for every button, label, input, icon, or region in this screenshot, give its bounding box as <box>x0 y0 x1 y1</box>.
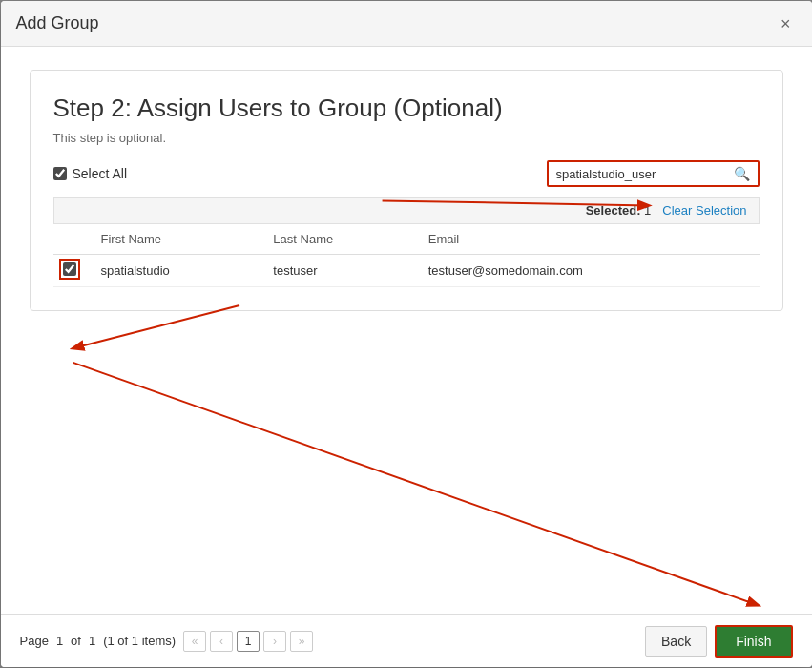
search-box: 🔍 <box>547 160 760 187</box>
items-info: (1 of 1 items) <box>103 634 176 648</box>
close-button[interactable]: × <box>775 11 797 36</box>
lastname-col-header: Last Name <box>263 224 418 255</box>
step-subtitle: This step is optional. <box>53 131 760 145</box>
current-page: 1 <box>56 634 63 648</box>
controls-row: Select All 🔍 <box>53 160 760 187</box>
checkbox-col-header <box>53 224 92 255</box>
row-checkbox-0[interactable] <box>63 262 76 276</box>
prev-page-button[interactable]: ‹ <box>210 631 233 652</box>
email-col-header: Email <box>419 224 760 255</box>
select-all-checkbox[interactable] <box>53 167 67 180</box>
search-icon: 🔍 <box>734 166 750 181</box>
first-page-button[interactable]: « <box>183 631 206 652</box>
firstname-col-header: First Name <box>92 224 264 255</box>
back-button[interactable]: Back <box>645 626 707 657</box>
table-header: First Name Last Name Email <box>53 224 760 255</box>
selected-count: Selected: 1 <box>586 203 652 218</box>
users-table: First Name Last Name Email spatialstudio… <box>53 224 760 287</box>
row-firstname: spatialstudio <box>92 255 264 287</box>
table-body: spatialstudio testuser testuser@somedoma… <box>53 255 760 287</box>
page-of: of <box>71 634 81 648</box>
search-input[interactable] <box>556 167 728 181</box>
clear-selection-link[interactable]: Clear Selection <box>662 203 746 218</box>
step-title: Step 2: Assign Users to Group (Optional) <box>53 94 760 123</box>
modal-title: Add Group <box>16 13 99 33</box>
select-all-label[interactable]: Select All <box>53 166 128 181</box>
current-page-button[interactable]: 1 <box>237 631 260 652</box>
row-email: testuser@somedomain.com <box>419 255 760 287</box>
selection-bar: Selected: 1 Clear Selection <box>53 197 760 224</box>
row-lastname: testuser <box>263 255 418 287</box>
pagination-info: Page 1 of 1 (1 of 1 items) « ‹ 1 › » <box>20 631 314 652</box>
modal-header: Add Group × <box>1 1 812 47</box>
last-page-button[interactable]: » <box>290 631 313 652</box>
modal-body: Step 2: Assign Users to Group (Optional)… <box>1 47 812 614</box>
total-pages: 1 <box>89 634 95 648</box>
finish-button[interactable]: Finish <box>715 625 792 658</box>
table-row: spatialstudio testuser testuser@somedoma… <box>53 255 760 287</box>
content-card: Step 2: Assign Users to Group (Optional)… <box>30 70 783 311</box>
select-all-text: Select All <box>73 166 128 181</box>
next-page-button[interactable]: › <box>263 631 286 652</box>
footer-actions: Back Finish <box>645 625 792 658</box>
row-checkbox-cell[interactable] <box>53 255 92 287</box>
pagination-nav: « ‹ 1 › » <box>183 631 313 652</box>
modal-footer: Page 1 of 1 (1 of 1 items) « ‹ 1 › » Bac… <box>1 614 812 667</box>
page-label: Page <box>20 634 49 648</box>
